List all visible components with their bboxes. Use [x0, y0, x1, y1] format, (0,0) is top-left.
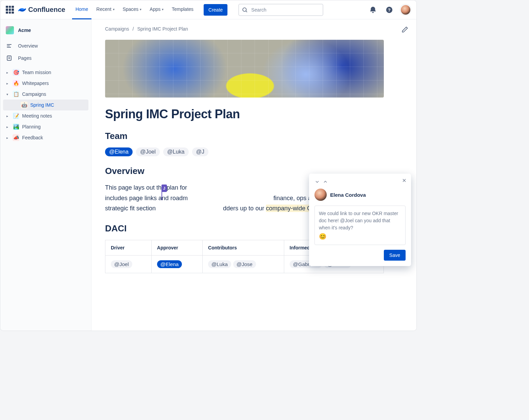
- breadcrumb: Campaigns / Spring IMC Project Plan: [105, 26, 384, 32]
- topbar-right: ?: [368, 4, 411, 15]
- overview-text-5: dders up to our: [223, 205, 266, 212]
- page-title: Spring IMC Project Plan: [105, 107, 384, 121]
- mention-elena[interactable]: @Elena: [105, 147, 133, 156]
- sidebar-overview-label: Overview: [18, 43, 38, 49]
- tree-item-whitepapers[interactable]: ▸🔥Whitepapers: [3, 78, 88, 89]
- svg-point-0: [243, 8, 246, 12]
- app-switcher-icon[interactable]: [6, 6, 14, 14]
- tree-item-icon: 📣: [13, 134, 19, 141]
- app-name: Confluence: [28, 6, 65, 14]
- comment-next-icon[interactable]: [323, 179, 328, 185]
- tree-item-label: Team mission: [22, 70, 51, 75]
- chevron-down-icon: ▾: [162, 7, 164, 11]
- team-heading: Team: [105, 131, 384, 141]
- comment-author: Elena Cordova: [314, 189, 406, 201]
- overview-icon: [6, 42, 14, 49]
- mention-luka[interactable]: @Luka: [208, 260, 231, 268]
- mention-luka[interactable]: @Luka: [163, 147, 189, 156]
- main-content: Campaigns / Spring IMC Project Plan Spri…: [91, 19, 416, 331]
- nav-templates[interactable]: Templates: [168, 0, 197, 19]
- nav-apps[interactable]: Apps▾: [146, 0, 167, 19]
- profile-avatar[interactable]: [400, 4, 411, 15]
- confluence-glyph-icon: [18, 6, 26, 14]
- tree-item-planning[interactable]: ▸🏞️Planning: [3, 121, 88, 132]
- help-icon[interactable]: ?: [384, 4, 395, 15]
- mention-joel[interactable]: @Joel: [111, 260, 132, 268]
- svg-line-1: [246, 11, 247, 12]
- tree-item-icon: 🎯: [13, 69, 19, 76]
- primary-nav: Home Recent▾ Spaces▾ Apps▾ Templates: [72, 0, 197, 19]
- tree-caret-icon[interactable]: ▸: [4, 114, 10, 118]
- comment-text: We could link to our new OKR master doc …: [319, 211, 398, 230]
- tree-item-label: Feedback: [22, 135, 43, 140]
- nav-spaces[interactable]: Spaces▾: [119, 0, 145, 19]
- tree-item-icon: 📝: [13, 112, 19, 119]
- svg-text:?: ?: [388, 7, 391, 12]
- breadcrumb-parent[interactable]: Campaigns: [105, 26, 129, 32]
- tree-item-label: Meeting notes: [22, 113, 52, 119]
- daci-header-driver: Driver: [105, 240, 152, 255]
- tree-item-label: Campaigns: [22, 91, 46, 97]
- mention-joel[interactable]: @Joel: [136, 147, 160, 156]
- tree-caret-icon[interactable]: ▸: [4, 82, 10, 85]
- nav-home[interactable]: Home: [72, 0, 91, 19]
- comment-nav: [314, 179, 406, 185]
- sidebar-pages[interactable]: Pages: [3, 52, 88, 64]
- tree-item-feedback[interactable]: ▸📣Feedback: [3, 132, 88, 143]
- comment-prev-icon[interactable]: [314, 179, 320, 185]
- tree-item-label: Planning: [22, 124, 41, 129]
- create-button[interactable]: Create: [204, 4, 227, 16]
- daci-cell-driver: @Joel: [105, 255, 152, 273]
- confluence-logo[interactable]: Confluence: [18, 6, 65, 14]
- notifications-icon[interactable]: [368, 4, 378, 15]
- space-name: Acme: [18, 28, 31, 33]
- tree-caret-icon[interactable]: ▾: [4, 92, 10, 96]
- tree-item-label: Whitepapers: [22, 81, 49, 86]
- daci-header-approver: Approver: [151, 240, 202, 255]
- comment-close-icon[interactable]: [402, 178, 407, 183]
- team-mentions: @Elena@Joel@Luka@J: [105, 147, 384, 156]
- tree-item-team-mission[interactable]: ▸🎯Team mission: [3, 67, 88, 78]
- comment-input[interactable]: We could link to our new OKR master doc …: [314, 206, 406, 245]
- daci-cell-approver: @Elena: [151, 255, 202, 273]
- breadcrumb-current[interactable]: Spring IMC Project Plan: [137, 26, 188, 32]
- edit-page-button[interactable]: [402, 26, 408, 33]
- tree-item-meeting-notes[interactable]: ▸📝Meeting notes: [3, 110, 88, 121]
- tree-item-label: Spring IMC: [30, 102, 54, 108]
- sidebar-overview[interactable]: Overview: [3, 40, 88, 52]
- tree-item-campaigns[interactable]: ▾📋Campaigns: [3, 89, 88, 100]
- tree-item-icon: 🤖: [21, 102, 28, 108]
- sidebar: Acme Overview Pages ▸🎯Team mission▸🔥Whit…: [0, 19, 91, 331]
- chevron-down-icon: ▾: [113, 7, 115, 11]
- mention-j[interactable]: @J: [192, 147, 208, 156]
- comment-popover: Elena Cordova We could link to our new O…: [309, 174, 411, 266]
- space-header[interactable]: Acme: [3, 25, 88, 40]
- search-input[interactable]: [238, 4, 323, 16]
- topbar: Confluence Home Recent▾ Spaces▾ Apps▾ Te…: [0, 0, 416, 19]
- page-tree: ▸🎯Team mission▸🔥Whitepapers▾📋Campaigns🤖S…: [3, 67, 88, 143]
- tree-caret-icon[interactable]: ▸: [4, 136, 10, 140]
- comment-author-avatar: [314, 189, 327, 201]
- overview-text-1: This page lays out the plan for: [105, 184, 189, 191]
- nav-recent-label: Recent: [96, 6, 111, 12]
- tree-caret-icon[interactable]: ▸: [4, 125, 10, 129]
- daci-cell-contributors: @Luka@Jose: [203, 255, 284, 273]
- nav-apps-label: Apps: [150, 6, 160, 12]
- mention-elena[interactable]: @Elena: [157, 260, 182, 268]
- mention-jose[interactable]: @Jose: [233, 260, 256, 268]
- nav-recent[interactable]: Recent▾: [93, 0, 118, 19]
- comment-emoji: 😊: [319, 233, 326, 240]
- tree-item-icon: 🔥: [13, 80, 19, 87]
- sidebar-pages-label: Pages: [18, 55, 32, 61]
- tree-caret-icon[interactable]: ▸: [4, 71, 10, 74]
- page-header-image: [105, 40, 384, 98]
- chevron-down-icon: ▾: [140, 7, 141, 11]
- nav-home-label: Home: [75, 6, 88, 12]
- tree-item-icon: 🏞️: [13, 123, 19, 130]
- pages-icon: [6, 55, 14, 62]
- comment-save-button[interactable]: Save: [384, 250, 406, 261]
- daci-header-contributors: Contributors: [203, 240, 284, 255]
- nav-spaces-label: Spaces: [123, 6, 139, 12]
- search-container: [238, 4, 323, 16]
- tree-item-spring-imc[interactable]: 🤖Spring IMC: [3, 100, 88, 110]
